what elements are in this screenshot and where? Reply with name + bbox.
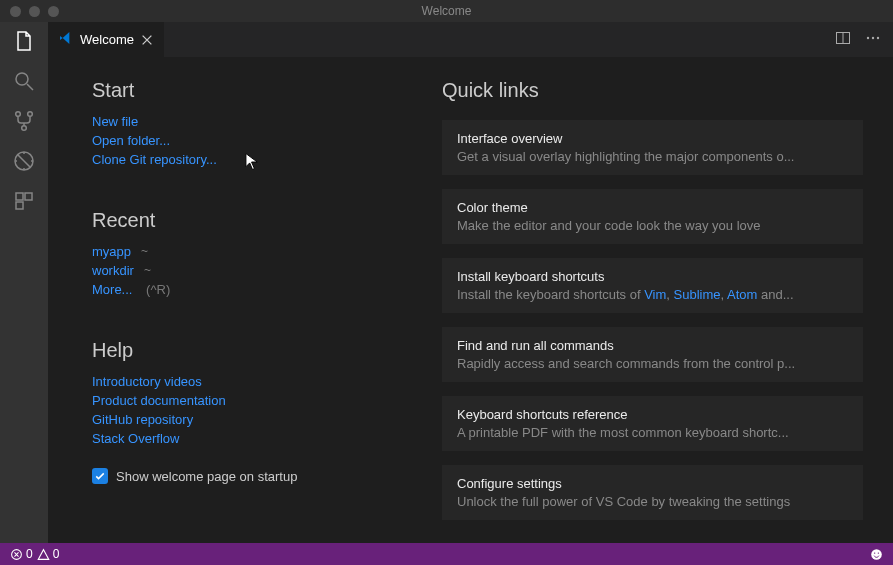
keymap-vim-link[interactable]: Vim	[644, 287, 666, 302]
status-warnings-count: 0	[53, 547, 60, 561]
recent-section: Recent myapp ~ workdir ~ More... (^R)	[92, 209, 442, 299]
start-section: Start New file Open folder... Clone Git …	[92, 79, 442, 169]
status-feedback[interactable]	[870, 548, 883, 561]
status-errors-count: 0	[26, 547, 33, 561]
keymap-atom-link[interactable]: Atom	[727, 287, 757, 302]
card-color-theme[interactable]: Color theme Make the editor and your cod…	[442, 189, 863, 244]
open-folder-link[interactable]: Open folder...	[92, 131, 442, 150]
vscode-icon	[58, 30, 74, 49]
explorer-icon[interactable]	[11, 28, 37, 54]
search-icon[interactable]	[11, 68, 37, 94]
editor-tabs: Welcome	[48, 22, 893, 57]
recent-item: workdir ~	[92, 261, 442, 280]
status-errors[interactable]: 0	[10, 547, 33, 561]
card-title: Configure settings	[457, 476, 848, 491]
keymap-sublime-link[interactable]: Sublime	[674, 287, 721, 302]
clone-git-link[interactable]: Clone Git repository...	[92, 150, 442, 169]
svg-point-2	[16, 112, 21, 117]
extensions-icon[interactable]	[11, 188, 37, 214]
new-file-link[interactable]: New file	[92, 112, 442, 131]
card-title: Install keyboard shortcuts	[457, 269, 848, 284]
card-title: Find and run all commands	[457, 338, 848, 353]
svg-point-4	[22, 126, 27, 131]
start-heading: Start	[92, 79, 442, 102]
recent-item: myapp ~	[92, 242, 442, 261]
git-icon[interactable]	[11, 108, 37, 134]
split-editor-icon[interactable]	[835, 30, 851, 50]
recent-heading: Recent	[92, 209, 442, 232]
svg-rect-6	[16, 193, 23, 200]
card-title: Color theme	[457, 200, 848, 215]
recent-more-shortcut: (^R)	[146, 282, 170, 297]
svg-point-15	[871, 549, 882, 560]
card-desc: A printable PDF with the most common key…	[457, 425, 848, 440]
tab-label: Welcome	[80, 32, 134, 47]
help-github-link[interactable]: GitHub repository	[92, 410, 442, 429]
card-desc: Install the keyboard shortcuts of Vim, S…	[457, 287, 848, 302]
card-shortcuts-ref[interactable]: Keyboard shortcuts reference A printable…	[442, 396, 863, 451]
startup-checkbox-row: Show welcome page on startup	[92, 468, 442, 484]
titlebar: Welcome	[0, 0, 893, 22]
card-find-commands[interactable]: Find and run all commands Rapidly access…	[442, 327, 863, 382]
svg-point-16	[874, 552, 875, 553]
recent-item-name[interactable]: workdir	[92, 261, 134, 280]
svg-point-3	[28, 112, 33, 117]
recent-item-path: ~	[141, 242, 148, 261]
help-heading: Help	[92, 339, 442, 362]
help-docs-link[interactable]: Product documentation	[92, 391, 442, 410]
welcome-page: Start New file Open folder... Clone Git …	[48, 57, 893, 543]
card-configure-settings[interactable]: Configure settings Unlock the full power…	[442, 465, 863, 520]
card-install-keymaps[interactable]: Install keyboard shortcuts Install the k…	[442, 258, 863, 313]
startup-checkbox[interactable]	[92, 468, 108, 484]
help-section: Help Introductory videos Product documen…	[92, 339, 442, 448]
svg-rect-8	[16, 202, 23, 209]
svg-point-0	[16, 73, 28, 85]
recent-item-path: ~	[144, 261, 151, 280]
tab-welcome[interactable]: Welcome	[48, 22, 164, 57]
close-icon[interactable]	[140, 33, 154, 47]
recent-more-link[interactable]: More...	[92, 282, 132, 297]
svg-point-11	[867, 36, 869, 38]
svg-point-17	[878, 552, 879, 553]
svg-line-1	[27, 84, 33, 90]
status-bar: 0 0	[0, 543, 893, 565]
help-stackoverflow-link[interactable]: Stack Overflow	[92, 429, 442, 448]
card-desc: Make the editor and your code look the w…	[457, 218, 848, 233]
help-videos-link[interactable]: Introductory videos	[92, 372, 442, 391]
card-desc: Unlock the full power of VS Code by twea…	[457, 494, 848, 509]
window-title: Welcome	[0, 4, 893, 18]
card-interface-overview[interactable]: Interface overview Get a visual overlay …	[442, 120, 863, 175]
card-title: Interface overview	[457, 131, 848, 146]
more-actions-icon[interactable]	[865, 30, 881, 50]
svg-rect-7	[25, 193, 32, 200]
debug-icon[interactable]	[11, 148, 37, 174]
editor-area: Welcome Start New file	[48, 22, 893, 543]
activity-bar	[0, 22, 48, 543]
svg-point-12	[872, 36, 874, 38]
card-desc: Get a visual overlay highlighting the ma…	[457, 149, 848, 164]
startup-checkbox-label: Show welcome page on startup	[116, 469, 297, 484]
quicklinks-heading: Quick links	[442, 79, 863, 102]
card-title: Keyboard shortcuts reference	[457, 407, 848, 422]
card-desc: Rapidly access and search commands from …	[457, 356, 848, 371]
recent-item-name[interactable]: myapp	[92, 242, 131, 261]
svg-point-13	[877, 36, 879, 38]
status-warnings[interactable]: 0	[37, 547, 60, 561]
